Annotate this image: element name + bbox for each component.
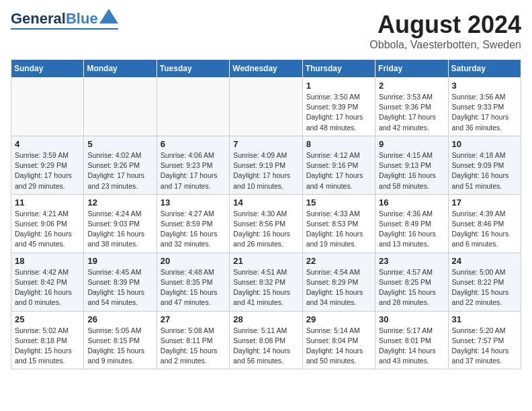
calendar-cell: 23Sunrise: 4:57 AM Sunset: 8:25 PM Dayli… [375, 253, 448, 311]
col-header-thursday: Thursday [302, 60, 375, 78]
col-header-sunday: Sunday [11, 60, 84, 78]
calendar-cell: 10Sunrise: 4:18 AM Sunset: 9:09 PM Dayli… [448, 136, 521, 194]
day-info: Sunrise: 5:14 AM Sunset: 8:04 PM Dayligh… [306, 326, 371, 367]
day-number: 11 [15, 197, 80, 208]
calendar-cell: 12Sunrise: 4:24 AM Sunset: 9:03 PM Dayli… [84, 194, 157, 253]
calendar-week-row: 4Sunrise: 3:59 AM Sunset: 9:29 PM Daylig… [11, 136, 521, 194]
day-info: Sunrise: 4:18 AM Sunset: 9:09 PM Dayligh… [452, 150, 517, 191]
calendar-cell: 15Sunrise: 4:33 AM Sunset: 8:53 PM Dayli… [302, 194, 375, 253]
day-info: Sunrise: 4:12 AM Sunset: 9:16 PM Dayligh… [306, 150, 371, 191]
day-info: Sunrise: 4:54 AM Sunset: 8:29 PM Dayligh… [306, 267, 371, 308]
calendar-table: SundayMondayTuesdayWednesdayThursdayFrid… [11, 59, 521, 369]
calendar-week-row: 11Sunrise: 4:21 AM Sunset: 9:06 PM Dayli… [11, 194, 521, 253]
day-number: 30 [379, 314, 444, 324]
title-block: August 2024 Obbola, Vaesterbotten, Swede… [369, 11, 521, 51]
month-title: August 2024 [369, 11, 521, 39]
calendar-cell: 5Sunrise: 4:02 AM Sunset: 9:26 PM Daylig… [84, 136, 157, 194]
day-number: 2 [379, 81, 444, 91]
col-header-monday: Monday [84, 60, 157, 78]
day-number: 7 [233, 139, 298, 149]
calendar-cell: 14Sunrise: 4:30 AM Sunset: 8:56 PM Dayli… [230, 194, 302, 253]
day-info: Sunrise: 4:57 AM Sunset: 8:25 PM Dayligh… [379, 267, 444, 308]
day-number: 25 [15, 314, 80, 324]
day-info: Sunrise: 5:00 AM Sunset: 8:22 PM Dayligh… [452, 267, 517, 308]
day-number: 29 [306, 314, 371, 324]
calendar-cell: 4Sunrise: 3:59 AM Sunset: 9:29 PM Daylig… [11, 136, 84, 194]
day-number: 12 [87, 197, 152, 208]
calendar-cell: 20Sunrise: 4:48 AM Sunset: 8:35 PM Dayli… [157, 253, 229, 311]
calendar-cell: 19Sunrise: 4:45 AM Sunset: 8:39 PM Dayli… [84, 253, 157, 311]
day-info: Sunrise: 5:05 AM Sunset: 8:15 PM Dayligh… [87, 326, 152, 367]
day-info: Sunrise: 4:36 AM Sunset: 8:49 PM Dayligh… [379, 209, 444, 250]
calendar-cell [84, 78, 157, 136]
calendar-week-row: 25Sunrise: 5:02 AM Sunset: 8:18 PM Dayli… [11, 311, 521, 369]
calendar-week-row: 1Sunrise: 3:50 AM Sunset: 9:39 PM Daylig… [11, 78, 521, 136]
day-number: 19 [87, 256, 152, 266]
calendar-cell: 18Sunrise: 4:42 AM Sunset: 8:42 PM Dayli… [11, 253, 84, 311]
svg-marker-0 [99, 9, 118, 24]
day-number: 17 [452, 197, 517, 208]
calendar-cell [11, 78, 84, 136]
calendar-cell [230, 78, 302, 136]
day-number: 24 [452, 256, 517, 266]
day-number: 21 [233, 256, 298, 266]
calendar-cell: 22Sunrise: 4:54 AM Sunset: 8:29 PM Dayli… [302, 253, 375, 311]
calendar-cell: 6Sunrise: 4:06 AM Sunset: 9:23 PM Daylig… [157, 136, 229, 194]
day-info: Sunrise: 3:56 AM Sunset: 9:33 PM Dayligh… [452, 92, 517, 133]
day-info: Sunrise: 4:06 AM Sunset: 9:23 PM Dayligh… [161, 150, 226, 191]
day-number: 4 [15, 139, 80, 149]
day-number: 31 [452, 314, 517, 324]
day-number: 16 [379, 197, 444, 208]
day-info: Sunrise: 5:11 AM Sunset: 8:08 PM Dayligh… [233, 326, 298, 367]
calendar-cell: 26Sunrise: 5:05 AM Sunset: 8:15 PM Dayli… [84, 311, 157, 369]
day-info: Sunrise: 4:15 AM Sunset: 9:13 PM Dayligh… [379, 150, 444, 191]
day-info: Sunrise: 3:53 AM Sunset: 9:36 PM Dayligh… [379, 92, 444, 133]
calendar-cell: 24Sunrise: 5:00 AM Sunset: 8:22 PM Dayli… [448, 253, 521, 311]
day-info: Sunrise: 5:08 AM Sunset: 8:11 PM Dayligh… [161, 326, 226, 367]
day-info: Sunrise: 4:45 AM Sunset: 8:39 PM Dayligh… [87, 267, 152, 308]
day-info: Sunrise: 4:39 AM Sunset: 8:46 PM Dayligh… [452, 209, 517, 250]
day-info: Sunrise: 5:17 AM Sunset: 8:01 PM Dayligh… [379, 326, 444, 367]
day-info: Sunrise: 4:48 AM Sunset: 8:35 PM Dayligh… [161, 267, 226, 308]
day-number: 3 [452, 81, 517, 91]
calendar-header-row: SundayMondayTuesdayWednesdayThursdayFrid… [11, 60, 521, 78]
day-number: 18 [15, 256, 80, 266]
calendar-cell: 28Sunrise: 5:11 AM Sunset: 8:08 PM Dayli… [230, 311, 302, 369]
day-number: 10 [452, 139, 517, 149]
day-number: 1 [306, 81, 371, 91]
calendar-cell: 27Sunrise: 5:08 AM Sunset: 8:11 PM Dayli… [157, 311, 229, 369]
day-info: Sunrise: 4:21 AM Sunset: 9:06 PM Dayligh… [15, 209, 80, 250]
calendar-cell: 7Sunrise: 4:09 AM Sunset: 9:19 PM Daylig… [230, 136, 302, 194]
day-info: Sunrise: 5:20 AM Sunset: 7:57 PM Dayligh… [452, 326, 517, 367]
calendar-cell: 29Sunrise: 5:14 AM Sunset: 8:04 PM Dayli… [302, 311, 375, 369]
calendar-cell: 1Sunrise: 3:50 AM Sunset: 9:39 PM Daylig… [302, 78, 375, 136]
day-info: Sunrise: 4:42 AM Sunset: 8:42 PM Dayligh… [15, 267, 80, 308]
day-info: Sunrise: 5:02 AM Sunset: 8:18 PM Dayligh… [15, 326, 80, 367]
day-info: Sunrise: 4:02 AM Sunset: 9:26 PM Dayligh… [87, 150, 152, 191]
calendar-cell: 16Sunrise: 4:36 AM Sunset: 8:49 PM Dayli… [375, 194, 448, 253]
calendar-cell: 9Sunrise: 4:15 AM Sunset: 9:13 PM Daylig… [375, 136, 448, 194]
day-info: Sunrise: 4:09 AM Sunset: 9:19 PM Dayligh… [233, 150, 298, 191]
day-number: 22 [306, 256, 371, 266]
calendar-cell: 21Sunrise: 4:51 AM Sunset: 8:32 PM Dayli… [230, 253, 302, 311]
calendar-cell: 13Sunrise: 4:27 AM Sunset: 8:59 PM Dayli… [157, 194, 229, 253]
day-info: Sunrise: 4:24 AM Sunset: 9:03 PM Dayligh… [87, 209, 152, 250]
calendar-cell: 2Sunrise: 3:53 AM Sunset: 9:36 PM Daylig… [375, 78, 448, 136]
calendar-cell: 8Sunrise: 4:12 AM Sunset: 9:16 PM Daylig… [302, 136, 375, 194]
col-header-saturday: Saturday [448, 60, 521, 78]
logo-icon [99, 9, 118, 24]
calendar-cell: 17Sunrise: 4:39 AM Sunset: 8:46 PM Dayli… [448, 194, 521, 253]
day-info: Sunrise: 3:59 AM Sunset: 9:29 PM Dayligh… [15, 150, 80, 191]
day-info: Sunrise: 4:27 AM Sunset: 8:59 PM Dayligh… [161, 209, 226, 250]
day-number: 14 [233, 197, 298, 208]
col-header-friday: Friday [375, 60, 448, 78]
day-number: 15 [306, 197, 371, 208]
day-number: 28 [233, 314, 298, 324]
col-header-wednesday: Wednesday [230, 60, 302, 78]
day-info: Sunrise: 4:33 AM Sunset: 8:53 PM Dayligh… [306, 209, 371, 250]
day-number: 23 [379, 256, 444, 266]
calendar-cell: 11Sunrise: 4:21 AM Sunset: 9:06 PM Dayli… [11, 194, 84, 253]
calendar-cell: 3Sunrise: 3:56 AM Sunset: 9:33 PM Daylig… [448, 78, 521, 136]
location-subtitle: Obbola, Vaesterbotten, Sweden [369, 39, 521, 51]
day-number: 20 [161, 256, 226, 266]
